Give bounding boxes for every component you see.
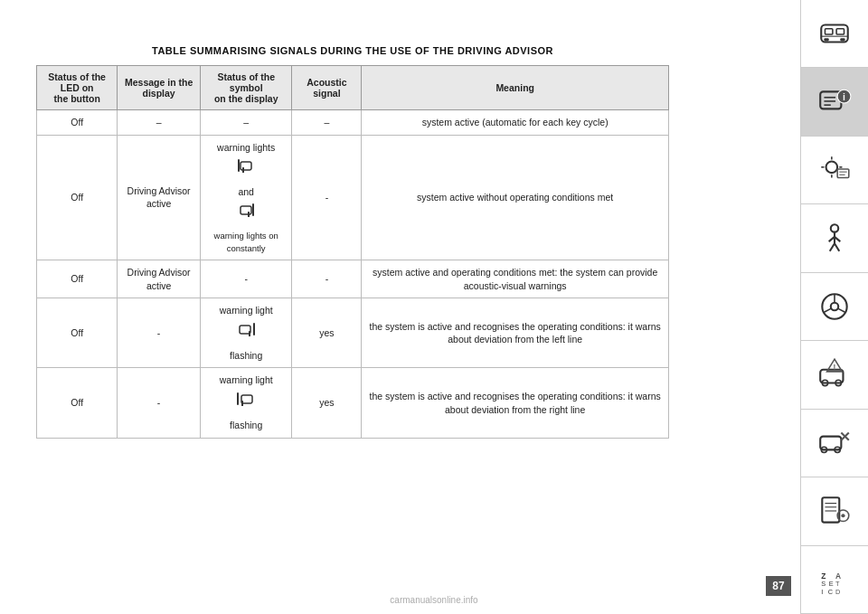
sidebar-item-climate[interactable] <box>801 137 868 204</box>
signals-table: Status of the LED onthe button Message i… <box>36 65 669 439</box>
cell-led-3: Off <box>37 260 118 298</box>
col-header-meaning: Meaning <box>362 66 669 110</box>
svg-rect-48 <box>820 436 841 449</box>
sidebar-item-person[interactable] <box>801 204 868 272</box>
cell-meaning-3: system active and operating conditions m… <box>362 260 669 298</box>
sidebar-item-car-info[interactable]: i <box>801 68 868 136</box>
sidebar-item-settings-book[interactable] <box>801 477 868 545</box>
cell-acoustic-5: yes <box>292 368 362 438</box>
cell-meaning-5: the system is active and recognises the … <box>362 368 669 438</box>
svg-line-37 <box>835 243 839 250</box>
svg-point-39 <box>831 303 838 310</box>
cell-led-1: Off <box>37 110 118 136</box>
lane-icon-right-flash <box>236 322 256 345</box>
svg-text:!: ! <box>834 363 836 372</box>
cell-led-5: Off <box>37 368 118 438</box>
cell-symbol-4: warning light flashing <box>200 298 292 368</box>
svg-rect-11 <box>241 401 243 406</box>
cell-message-5: - <box>118 368 201 438</box>
sidebar-item-steering[interactable] <box>801 273 868 341</box>
sidebar-item-car-front[interactable] <box>801 0 868 68</box>
sidebar-item-car-warning[interactable]: ! <box>801 341 868 409</box>
svg-rect-14 <box>836 29 844 34</box>
table-row: Off - warning light flashing yes t <box>37 298 669 368</box>
svg-point-24 <box>826 162 838 174</box>
lane-icon-left-flash <box>236 392 256 415</box>
watermark: carmanualsonline.info <box>0 595 868 605</box>
col-header-acoustic: Acoustic signal <box>292 66 362 110</box>
cell-message-1: – <box>118 110 201 136</box>
svg-rect-16 <box>840 38 844 41</box>
table-row: Off Driving Advisor active - - system ac… <box>37 260 669 298</box>
cell-symbol-3: - <box>200 260 292 298</box>
svg-rect-4 <box>241 206 251 214</box>
and-label: and <box>205 185 288 199</box>
table-row: Off – – – system active (automatic for e… <box>37 110 669 136</box>
svg-rect-6 <box>253 323 255 335</box>
svg-rect-1 <box>241 162 251 170</box>
table-row: Off - warning light flashing yes t <box>37 368 669 438</box>
svg-rect-13 <box>825 29 832 34</box>
svg-rect-0 <box>238 159 240 172</box>
svg-rect-29 <box>837 169 849 177</box>
svg-rect-5 <box>248 212 250 217</box>
svg-point-58 <box>841 514 844 517</box>
svg-point-32 <box>831 224 838 231</box>
page-number: 87 <box>766 576 791 596</box>
cell-meaning-1: system active (automatic for each key cy… <box>362 110 669 136</box>
symbol-label-5b: flashing <box>205 419 288 432</box>
cell-acoustic-1: – <box>292 110 362 136</box>
symbol-label-4b: flashing <box>205 349 288 363</box>
svg-rect-53 <box>822 498 839 523</box>
cell-led-4: Off <box>37 298 118 368</box>
svg-line-41 <box>824 308 831 312</box>
cell-acoustic-3: - <box>292 260 362 298</box>
lane-icon-left <box>237 158 255 182</box>
col-header-symbol: Status of the symbolon the display <box>200 66 292 110</box>
cell-led-2: Off <box>37 135 118 260</box>
cell-message-4: - <box>118 298 201 368</box>
svg-rect-3 <box>252 203 254 216</box>
table-title: TABLE SUMMARISING SIGNALS DURING THE USE… <box>36 45 669 56</box>
symbol-label-5a: warning light <box>205 373 288 387</box>
symbol-label-2: warning lights <box>205 141 288 155</box>
svg-rect-9 <box>237 392 239 405</box>
right-sidebar: i <box>800 0 868 614</box>
svg-rect-15 <box>824 38 828 41</box>
col-header-led: Status of the LED onthe button <box>37 66 118 110</box>
svg-line-42 <box>838 308 845 312</box>
cell-acoustic-4: yes <box>292 298 362 368</box>
svg-text:i: i <box>843 91 845 102</box>
sidebar-item-car-tools[interactable] <box>801 410 868 477</box>
cell-message-2: Driving Advisor active <box>118 135 201 260</box>
on-constantly-label: warning lights on constantly <box>205 230 288 254</box>
cell-meaning-2: system active without operating conditio… <box>362 135 669 260</box>
svg-rect-8 <box>249 331 250 336</box>
cell-acoustic-2: - <box>292 135 362 260</box>
lane-icon-right <box>237 203 255 226</box>
cell-symbol-2: warning lights and <box>200 135 292 260</box>
svg-line-36 <box>830 243 835 250</box>
main-content: TABLE SUMMARISING SIGNALS DURING THE USE… <box>36 45 669 439</box>
cell-symbol-1: – <box>200 110 292 136</box>
table-row: Off Driving Advisor active warning light… <box>37 135 669 260</box>
svg-rect-2 <box>242 167 244 173</box>
cell-meaning-4: the system is active and recognises the … <box>362 298 669 368</box>
cell-symbol-5: warning light flashing <box>200 368 292 438</box>
cell-message-3: Driving Advisor active <box>118 260 201 298</box>
col-header-message: Message in thedisplay <box>118 66 201 110</box>
symbol-label-4a: warning light <box>205 304 288 317</box>
